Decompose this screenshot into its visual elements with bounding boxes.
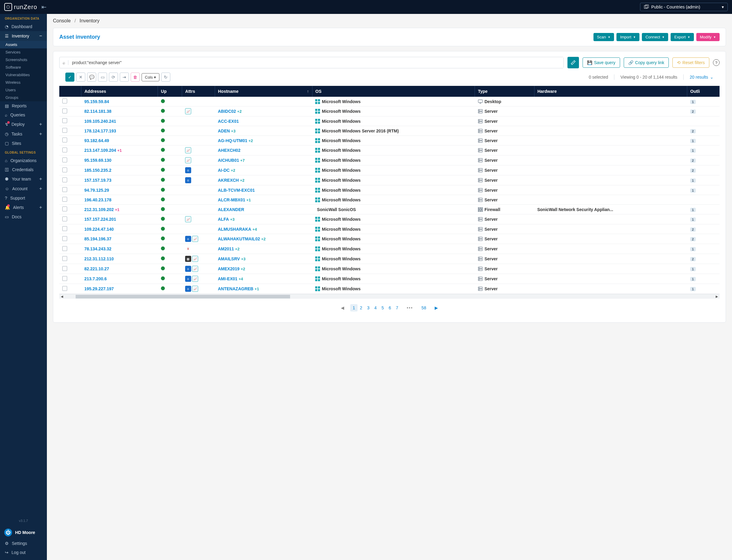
table-row[interactable]: 109.105.240.241ACC-EX01Microsoft Windows… — [59, 116, 720, 126]
rescan-button[interactable]: ⟳ — [109, 73, 118, 82]
row-checkbox[interactable] — [62, 226, 67, 231]
table-row[interactable]: 95.159.59.84Microsoft WindowsDesktop1 — [59, 97, 720, 106]
row-checkbox[interactable] — [62, 187, 67, 192]
scan-button[interactable]: Scan▼ — [594, 33, 614, 41]
search-input[interactable] — [68, 57, 564, 68]
address-link[interactable]: 109.224.47.140 — [84, 227, 114, 232]
table-row[interactable]: 95.159.69.130📈AICHUB01 +7Microsoft Windo… — [59, 155, 720, 165]
hostname-link[interactable]: AMAILSRV — [218, 256, 240, 261]
sidebar-item-sites[interactable]: ▢ Sites — [0, 139, 47, 148]
breadcrumb-console[interactable]: Console — [53, 18, 71, 23]
table-row[interactable]: 93.182.64.49AG-HQ-UTM01 +2Microsoft Wind… — [59, 136, 720, 145]
table-row[interactable]: 212.31.109.202 +1ALEXANDERSonicWall Soni… — [59, 205, 720, 214]
sidebar-item-deploy[interactable]: ↯ Deploy + — [0, 119, 47, 129]
table-row[interactable]: 157.157.19.73oAKREXCH +2Microsoft Window… — [59, 175, 720, 185]
import-button[interactable]: Import▼ — [617, 33, 639, 41]
table-row[interactable]: 82.221.10.27o📈AMEX2019 +2Microsoft Windo… — [59, 264, 720, 274]
col-os[interactable]: OS — [312, 86, 475, 97]
refresh-button[interactable]: ↻ — [161, 73, 170, 82]
address-link[interactable]: 213.7.200.6 — [84, 276, 107, 281]
copy-query-link-button[interactable]: 🔗 Copy query link — [624, 57, 669, 68]
tag-button[interactable]: ▭ — [98, 73, 107, 82]
hostname-link[interactable]: AMI-EX01 — [218, 276, 237, 281]
help-button[interactable]: ? — [713, 59, 720, 66]
brand-logo[interactable]: ⎔ runZero — [4, 3, 37, 11]
hostname-link[interactable]: AHEXCH02 — [218, 148, 240, 153]
sidebar-item-logout[interactable]: ↪ Log out — [0, 548, 47, 557]
sidebar-sub-wireless[interactable]: Wireless — [0, 79, 47, 86]
hostname-link[interactable]: ALCR-MBX01 — [218, 197, 245, 202]
select-all-button[interactable]: ✓ — [65, 73, 74, 82]
table-row[interactable]: 78.134.243.32¥AM2011 +2Microsoft Windows… — [59, 244, 720, 254]
row-checkbox[interactable] — [62, 236, 67, 241]
col-outliers[interactable]: Outli — [687, 86, 720, 97]
sidebar-item-docs[interactable]: ▭ Docs — [0, 212, 47, 221]
sidebar-item-settings[interactable]: ⚙ Settings — [0, 539, 47, 548]
table-row[interactable]: 157.157.224.201📈ALFA +3Microsoft Windows… — [59, 214, 720, 224]
page-prev-button[interactable]: ◀ — [341, 305, 344, 310]
hostname-link[interactable]: ALWAHAKUTMAIL02 — [218, 236, 260, 241]
horizontal-scrollbar[interactable]: ◀ ▶ — [59, 294, 720, 299]
columns-button[interactable]: Cols▾ — [141, 73, 159, 81]
export-button[interactable]: Export▼ — [671, 33, 694, 41]
row-checkbox[interactable] — [62, 158, 67, 162]
table-row[interactable]: 212.31.112.110▦📈AMAILSRV +3Microsoft Win… — [59, 254, 720, 264]
address-link[interactable]: 185.150.235.2 — [84, 168, 112, 173]
sidebar-item-inventory[interactable]: ☰ Inventory − — [0, 31, 47, 41]
row-checkbox[interactable] — [62, 128, 67, 133]
hostname-link[interactable]: ALB-TCVM-EXC01 — [218, 188, 255, 193]
page-number[interactable]: 6 — [386, 304, 394, 311]
sidebar-sub-services[interactable]: Services — [0, 48, 47, 56]
address-link[interactable]: 82.221.10.27 — [84, 266, 109, 271]
address-link[interactable]: 85.194.196.37 — [84, 236, 112, 241]
table-row[interactable]: 178.124.177.193ADEN +3Microsoft Windows … — [59, 126, 720, 136]
table-row[interactable]: 82.114.181.38📈ABIDC02 +2Microsoft Window… — [59, 106, 720, 116]
row-checkbox[interactable] — [62, 168, 67, 172]
row-checkbox[interactable] — [62, 266, 67, 271]
table-row[interactable]: 185.150.235.2oAI-DC +2Microsoft WindowsS… — [59, 165, 720, 175]
table-row[interactable]: 196.40.23.178ALCR-MBX01 +1Microsoft Wind… — [59, 195, 720, 205]
row-checkbox[interactable] — [62, 256, 67, 261]
page-last[interactable]: 58 — [419, 304, 429, 311]
hostname-link[interactable]: AMEX2019 — [218, 266, 239, 271]
page-number[interactable]: 1 — [350, 304, 357, 311]
row-checkbox[interactable] — [62, 207, 67, 211]
row-checkbox[interactable] — [62, 246, 67, 251]
sidebar-sub-vulnerabilities[interactable]: Vulnerabilities — [0, 71, 47, 79]
row-checkbox[interactable] — [62, 276, 67, 281]
page-number[interactable]: 4 — [372, 304, 379, 311]
address-link[interactable]: 94.79.125.29 — [84, 188, 109, 193]
hostname-link[interactable]: AICHUB01 — [218, 158, 239, 163]
sidebar-item-reports[interactable]: ▤ Reports — [0, 101, 47, 110]
page-next-button[interactable]: ▶ — [435, 305, 438, 310]
col-type[interactable]: Type — [475, 86, 535, 97]
col-hostname[interactable]: Hostname↑ — [215, 86, 312, 97]
sidebar-item-account[interactable]: ☺ Account + — [0, 184, 47, 194]
address-link[interactable]: 196.40.23.178 — [84, 197, 112, 202]
sidebar-item-credentials[interactable]: ⚿ Credentials — [0, 165, 47, 174]
nav-collapse-icon[interactable]: ⇤ — [41, 3, 47, 11]
col-up[interactable]: Up — [158, 86, 182, 97]
current-user[interactable]: ⏻ HD Moore — [0, 526, 47, 539]
address-link[interactable]: 109.105.240.241 — [84, 119, 116, 124]
scroll-right-icon[interactable]: ▶ — [714, 294, 720, 299]
address-link[interactable]: 178.124.177.193 — [84, 129, 116, 133]
col-attrs[interactable]: Attrs — [182, 86, 215, 97]
sidebar-item-alerts[interactable]: 🔔 Alerts + — [0, 203, 47, 212]
address-link[interactable]: 95.159.59.84 — [84, 99, 109, 104]
hostname-link[interactable]: ALEXANDER — [218, 207, 244, 212]
row-checkbox[interactable] — [62, 177, 67, 182]
row-checkbox[interactable] — [62, 148, 67, 152]
address-link[interactable]: 82.114.181.38 — [84, 109, 112, 114]
address-link[interactable]: 195.29.227.197 — [84, 286, 114, 291]
row-checkbox[interactable] — [62, 138, 67, 142]
table-row[interactable]: 85.194.196.37o📈ALWAHAKUTMAIL02 +2Microso… — [59, 234, 720, 244]
table-row[interactable]: 213.7.200.6o📈AMI-EX01 +4Microsoft Window… — [59, 274, 720, 284]
address-link[interactable]: 78.134.243.32 — [84, 246, 112, 251]
sidebar-item-support[interactable]: ? Support — [0, 194, 47, 203]
address-link[interactable]: 95.159.69.130 — [84, 158, 112, 163]
page-number[interactable]: 5 — [379, 304, 386, 311]
address-link[interactable]: 157.157.19.73 — [84, 178, 112, 183]
page-number[interactable]: 2 — [357, 304, 365, 311]
results-count-dropdown[interactable]: 20 results ⌄ — [690, 75, 714, 80]
